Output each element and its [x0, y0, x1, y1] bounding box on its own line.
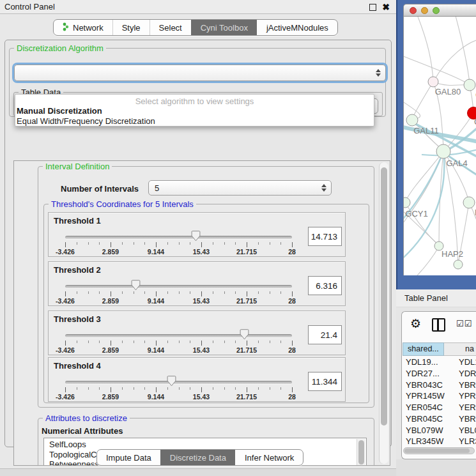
tab-cyni-toolbox[interactable]: Cyni Toolbox [191, 20, 257, 35]
algorithm-combobox[interactable] [14, 65, 386, 81]
column-header-shared-name[interactable]: shared... [403, 342, 444, 356]
cyni-toolbox-content: Discretization Algorithm Table Data galF… [4, 40, 392, 447]
tab-network[interactable]: Network [54, 20, 112, 35]
threshold-label: Threshold 3 [54, 314, 101, 324]
table-cell-name: YER0 [455, 402, 476, 413]
threshold-value-field[interactable]: 11.344 [308, 372, 342, 391]
ruler-tick-label: 9.144 [137, 346, 175, 354]
ruler-tick [270, 341, 270, 343]
threshold-slider-thumb[interactable] [167, 376, 176, 387]
tab-impute-data[interactable]: Impute Data [97, 450, 160, 465]
ruler-tick [201, 291, 202, 296]
float-panel-icon[interactable] [369, 4, 376, 11]
select-columns-icons[interactable]: ☑☑ [456, 319, 472, 328]
table-row[interactable]: YPR145WYPR1 [403, 390, 476, 402]
close-window-icon[interactable] [410, 7, 417, 14]
tab-jactivemnodules[interactable]: jActiveMNodules [257, 20, 337, 35]
threshold-value-field[interactable]: 6.316 [308, 276, 342, 295]
threshold-value-field[interactable]: 21.4 [308, 325, 342, 344]
column-header-name[interactable]: na [444, 342, 476, 356]
list-scrollbar[interactable] [357, 439, 365, 466]
minimize-window-icon[interactable] [421, 7, 428, 14]
network-window-titlebar [403, 4, 476, 17]
table-row[interactable]: YDL19...YDL1 [403, 357, 476, 368]
ruler-tick [156, 291, 157, 296]
ruler-tick [99, 291, 100, 294]
table-cell-name: YPR1 [455, 390, 476, 402]
ruler-tick-label: 9.144 [137, 393, 175, 401]
table-row[interactable]: YER054CYER0 [403, 402, 476, 413]
threshold-panel-1: Threshold 1-3.4262.8599.14415.4321.71528… [48, 212, 346, 257]
network-edge [443, 151, 458, 264]
screen: Control Panel ✖ NetworkStyleSelectCyni T… [0, 0, 476, 476]
ruler-tick [111, 387, 111, 392]
threshold-slider-thumb[interactable] [131, 280, 141, 291]
ruler-tick [88, 341, 89, 343]
network-node[interactable] [428, 77, 438, 87]
ruler-tick [88, 291, 89, 294]
table-row[interactable]: YBR045CYBR0 [403, 413, 476, 425]
ruler-tick [247, 387, 247, 392]
gear-icon[interactable]: ⚙ [410, 316, 421, 331]
threshold-slider-track[interactable] [65, 381, 292, 385]
columns-icon[interactable] [432, 318, 445, 332]
network-node[interactable] [406, 114, 418, 126]
tab-infer-network[interactable]: Infer Network [235, 450, 303, 465]
threshold-slider-track[interactable] [65, 334, 292, 338]
table-cell-shared-name: YBR043C [403, 380, 455, 391]
close-panel-icon[interactable]: ✖ [382, 3, 390, 12]
threshold-slider-track[interactable] [65, 285, 292, 289]
zoom-window-icon[interactable] [433, 7, 440, 14]
ruler-tick [99, 341, 100, 343]
table-row[interactable]: YDR27...YDR2 [403, 368, 476, 380]
ruler-tick [167, 242, 168, 245]
table-row[interactable]: YBL079WYBL0 [403, 425, 476, 436]
ruler-tick [167, 341, 168, 343]
table-toolbar: ⚙ ☑☑ [402, 312, 476, 339]
network-node[interactable] [463, 197, 475, 208]
attribute-list-item[interactable]: SelfLoops [49, 440, 366, 450]
network-node-label: GCY1 [405, 209, 427, 219]
tab-discretize-data[interactable]: Discretize Data [160, 450, 235, 465]
network-node[interactable] [464, 79, 475, 91]
settings-scroll-panel: Interval Definition Number of Intervals … [13, 160, 390, 466]
table-row[interactable]: YLR345WYLR3 [403, 436, 476, 447]
network-node[interactable] [404, 197, 410, 208]
ruler-tick-label: 2.859 [91, 393, 130, 401]
ruler-tick [258, 387, 259, 390]
tab-label: jActiveMNodules [266, 23, 328, 33]
ruler-tick [99, 242, 100, 245]
network-node-label: HAP2 [441, 249, 463, 259]
number-of-intervals-combobox[interactable]: 5 [148, 180, 332, 196]
ruler-tick-label: -3.426 [46, 248, 84, 256]
network-node[interactable] [454, 260, 463, 269]
table-horizontal-scrollbar[interactable] [403, 447, 475, 454]
network-node[interactable] [436, 144, 450, 158]
ruler-tick-label: 21.715 [227, 346, 266, 354]
threshold-label: Threshold 4 [54, 361, 101, 371]
ruler-tick [280, 242, 281, 245]
dropdown-option-equal-width[interactable]: Equal Width/Frequency Discretization [15, 116, 374, 127]
ruler-tick [213, 291, 213, 294]
tab-label: Network [73, 23, 104, 33]
threshold-slider-thumb[interactable] [191, 231, 201, 242]
control-panel-titlebar: Control Panel ✖ [0, 0, 396, 14]
ruler-tick [270, 387, 270, 390]
threshold-slider-track[interactable] [65, 236, 292, 240]
ruler-tick [235, 387, 236, 390]
control-panel-title: Control Panel [4, 2, 55, 12]
network-canvas[interactable]: GAL80GACGAL11GAL4GCY1HHAP2 [403, 17, 476, 275]
threshold-slider-thumb[interactable] [240, 329, 249, 340]
dropdown-option-manual[interactable]: Manual Discretization [15, 106, 374, 116]
network-edge [412, 82, 433, 119]
threshold-value-field[interactable]: 14.713 [308, 227, 342, 246]
panel-scrollbar[interactable] [379, 162, 388, 464]
ruler-tick-label: 9.144 [137, 248, 175, 256]
network-edge [433, 39, 476, 82]
tab-select[interactable]: Select [150, 20, 191, 35]
number-of-intervals-value: 5 [155, 183, 159, 193]
dropdown-prompt-item[interactable]: Select algorithm to view settings [15, 95, 374, 106]
ruler-tick [77, 387, 77, 390]
table-row[interactable]: YBR043CYBR0 [403, 380, 476, 391]
tab-style[interactable]: Style [112, 20, 150, 35]
